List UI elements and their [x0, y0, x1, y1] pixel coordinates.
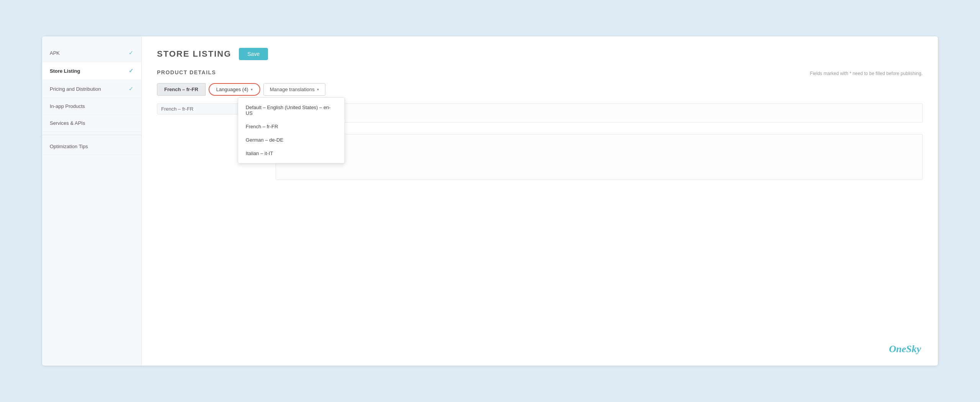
- languages-button-wrapper: Languages (4) ▾ Default – English (Unite…: [206, 83, 263, 96]
- sidebar-item-inapp[interactable]: In-app Products: [42, 98, 141, 115]
- save-button[interactable]: Save: [239, 48, 268, 60]
- sidebar-item-store-listing[interactable]: Store Listing ✓: [42, 62, 141, 80]
- check-icon: ✓: [129, 67, 134, 74]
- sidebar-item-label: Store Listing: [50, 68, 80, 74]
- dropdown-item-fr[interactable]: French – fr-FR: [238, 120, 345, 133]
- check-icon: ✓: [129, 49, 134, 56]
- sidebar: APK ✓ Store Listing ✓ Pricing and Distri…: [42, 36, 142, 366]
- dropdown-item-it[interactable]: Italian – it-IT: [238, 147, 345, 160]
- section-title: PRODUCT DETAILS: [157, 69, 923, 75]
- fields-note: Fields marked with * need to be filled b…: [810, 71, 923, 76]
- page-title: STORE LISTING: [157, 49, 231, 59]
- description-field[interactable]: [276, 134, 923, 180]
- languages-button[interactable]: Languages (4) ▾: [209, 83, 260, 96]
- sidebar-item-services[interactable]: Services & APIs: [42, 115, 141, 132]
- language-tab[interactable]: French – fr-FR: [157, 83, 206, 96]
- right-fields: 0 of 30 characters: [276, 103, 923, 180]
- chevron-down-icon: ▾: [317, 87, 319, 92]
- sidebar-item-label: In-app Products: [50, 103, 85, 109]
- sidebar-item-apk[interactable]: APK ✓: [42, 44, 141, 62]
- dropdown-item-de[interactable]: German – de-DE: [238, 133, 345, 147]
- manage-translations-label: Manage translations: [270, 87, 315, 92]
- sidebar-item-optimization[interactable]: Optimization Tips: [42, 138, 141, 155]
- sidebar-divider: [42, 135, 141, 135]
- onesky-brand: OneSky: [889, 343, 921, 355]
- languages-dropdown: Default – English (United States) – en-U…: [238, 97, 345, 163]
- dropdown-item-en[interactable]: Default – English (United States) – en-U…: [238, 101, 345, 120]
- chevron-down-icon: ▾: [251, 87, 253, 92]
- toolbar-row: French – fr-FR Languages (4) ▾ Default –…: [157, 83, 923, 96]
- char-count: 0 of 30 characters: [276, 126, 923, 131]
- page-header: STORE LISTING Save: [157, 48, 923, 60]
- sidebar-item-label: Optimization Tips: [50, 144, 88, 149]
- sidebar-item-pricing[interactable]: Pricing and Distribution ✓: [42, 80, 141, 98]
- sidebar-item-label: APK: [50, 50, 60, 56]
- manage-translations-button[interactable]: Manage translations ▾: [263, 83, 325, 96]
- title-field[interactable]: [276, 103, 923, 123]
- languages-button-label: Languages (4): [216, 87, 248, 92]
- main-content: STORE LISTING Save PRODUCT DETAILS Field…: [142, 36, 938, 366]
- sidebar-item-label: Pricing and Distribution: [50, 86, 101, 92]
- check-icon: ✓: [129, 85, 134, 92]
- sidebar-item-label: Services & APIs: [50, 120, 85, 126]
